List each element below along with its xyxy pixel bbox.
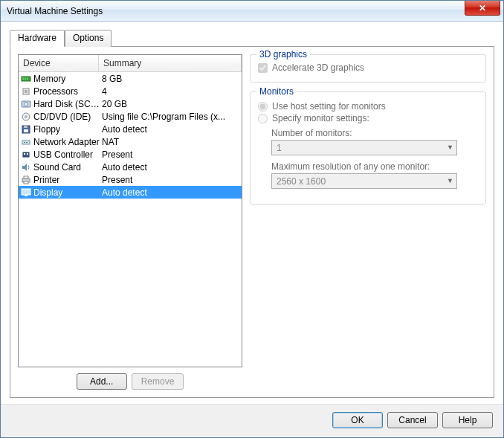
chevron-down-icon: ▼	[447, 177, 453, 184]
device-name: Sound Card	[33, 162, 100, 173]
cancel-button-label: Cancel	[398, 415, 426, 425]
device-name: CD/DVD (IDE)	[33, 112, 100, 122]
device-row[interactable]: Hard Disk (SCSI) 20 GB	[19, 97, 242, 110]
device-row[interactable]: Memory 8 GB	[19, 72, 242, 85]
device-name: Processors	[33, 86, 100, 97]
col-header-summary[interactable]: Summary	[99, 55, 242, 71]
col-header-device[interactable]: Device	[19, 55, 99, 71]
device-row[interactable]: Printer Present	[19, 173, 242, 186]
device-name: USB Controller	[33, 149, 100, 160]
svg-rect-3	[27, 77, 28, 80]
device-buttons: Add... Remove	[18, 373, 242, 390]
device-row[interactable]: USB Controller Present	[19, 148, 242, 161]
device-summary: Present	[100, 175, 240, 185]
accelerate-3d-row[interactable]: Accelerate 3D graphics	[258, 62, 478, 73]
device-row[interactable]: Floppy Auto detect	[19, 123, 242, 135]
device-list[interactable]: Device Summary Memory 8 GB Processors 4 …	[18, 54, 242, 367]
device-summary: Auto detect	[100, 187, 240, 198]
specify-label: Specify monitor settings:	[272, 113, 369, 123]
device-summary: NAT	[100, 137, 240, 147]
device-row[interactable]: Sound Card Auto detect	[19, 161, 242, 173]
memory-icon	[20, 74, 32, 84]
svg-rect-14	[24, 142, 25, 143]
remove-button-label: Remove	[141, 376, 175, 387]
close-button[interactable]: ✕	[465, 1, 500, 16]
settings-column: 3D graphics Accelerate 3D graphics Monit…	[250, 54, 486, 390]
svg-rect-21	[24, 181, 28, 184]
svg-rect-15	[26, 142, 28, 143]
usb-icon	[20, 149, 32, 160]
accelerate-3d-label: Accelerate 3D graphics	[272, 62, 364, 73]
help-button[interactable]: Help	[442, 412, 493, 428]
use-host-radio[interactable]	[258, 102, 268, 112]
device-summary: Using file C:\Program Files (x...	[100, 112, 240, 122]
svg-point-9	[25, 115, 27, 117]
device-summary: 4	[100, 86, 240, 97]
sound-icon	[20, 162, 32, 173]
display-icon	[20, 187, 32, 198]
device-row[interactable]: Processors 4	[19, 85, 242, 97]
tab-hardware-label: Hardware	[18, 33, 56, 43]
ok-button-label: OK	[351, 415, 364, 425]
num-monitors-value: 1	[277, 143, 282, 153]
group-3d-graphics: 3D graphics Accelerate 3D graphics	[250, 54, 486, 83]
device-summary: 20 GB	[100, 99, 240, 109]
svg-rect-23	[25, 195, 28, 196]
num-monitors-select: 1 ▼	[271, 140, 457, 155]
ok-button[interactable]: OK	[332, 412, 383, 428]
close-icon: ✕	[479, 3, 486, 13]
device-column: Device Summary Memory 8 GB Processors 4 …	[18, 54, 242, 390]
tab-options-label: Options	[73, 33, 103, 43]
max-resolution-value: 2560 x 1600	[277, 176, 326, 187]
svg-rect-1	[22, 77, 24, 80]
max-resolution-label: Maximum resolution of any one monitor:	[271, 161, 478, 172]
svg-rect-2	[25, 77, 26, 80]
device-name: Floppy	[33, 124, 100, 135]
group-monitors: Monitors Use host setting for monitors S…	[250, 91, 486, 204]
add-button-label: Add...	[90, 376, 113, 387]
group-title-3d: 3D graphics	[256, 49, 310, 59]
device-name: Network Adapter	[33, 137, 100, 147]
svg-point-7	[25, 102, 28, 106]
device-row[interactable]: CD/DVD (IDE) Using file C:\Program Files…	[19, 110, 242, 123]
settings-window: Virtual Machine Settings ✕ Hardware Opti…	[0, 0, 504, 438]
help-button-label: Help	[459, 415, 477, 425]
use-host-label: Use host setting for monitors	[272, 101, 386, 112]
dialog-body: Hardware Options Device Summary Memory 8…	[1, 22, 503, 404]
device-name: Printer	[33, 175, 100, 185]
device-name: Hard Disk (SCSI)	[33, 99, 100, 109]
svg-rect-11	[24, 126, 28, 128]
tab-strip: Hardware Options	[10, 29, 494, 46]
cancel-button[interactable]: Cancel	[387, 412, 438, 428]
tab-options[interactable]: Options	[65, 30, 112, 47]
device-summary: Auto detect	[100, 162, 240, 173]
svg-rect-5	[25, 90, 28, 93]
add-button[interactable]: Add...	[77, 373, 127, 390]
remove-button: Remove	[132, 373, 184, 390]
accelerate-3d-checkbox[interactable]	[258, 63, 268, 73]
num-monitors-label: Number of monitors:	[271, 128, 478, 138]
device-name: Display	[33, 187, 100, 198]
dialog-footer: OK Cancel Help	[1, 404, 503, 437]
svg-rect-18	[27, 153, 28, 155]
use-host-radio-row[interactable]: Use host setting for monitors	[258, 101, 478, 112]
device-row[interactable]: Display Auto detect	[19, 186, 242, 199]
device-summary: Auto detect	[100, 124, 240, 135]
cpu-icon	[20, 86, 32, 97]
group-title-monitors: Monitors	[256, 86, 297, 97]
svg-rect-12	[24, 129, 28, 132]
svg-rect-17	[24, 153, 25, 155]
specify-radio-row[interactable]: Specify monitor settings:	[258, 113, 478, 123]
device-list-header: Device Summary	[19, 55, 242, 72]
device-summary: Present	[100, 149, 240, 160]
device-row[interactable]: Network Adapter NAT	[19, 135, 242, 148]
specify-radio[interactable]	[258, 114, 268, 123]
chevron-down-icon: ▼	[447, 144, 453, 151]
tab-hardware[interactable]: Hardware	[10, 30, 65, 47]
svg-rect-22	[22, 189, 30, 195]
device-name: Memory	[33, 74, 100, 84]
device-list-rows: Memory 8 GB Processors 4 Hard Disk (SCSI…	[19, 72, 242, 199]
floppy-icon	[20, 124, 32, 135]
max-resolution-select: 2560 x 1600 ▼	[271, 173, 457, 189]
cd-icon	[20, 112, 32, 122]
